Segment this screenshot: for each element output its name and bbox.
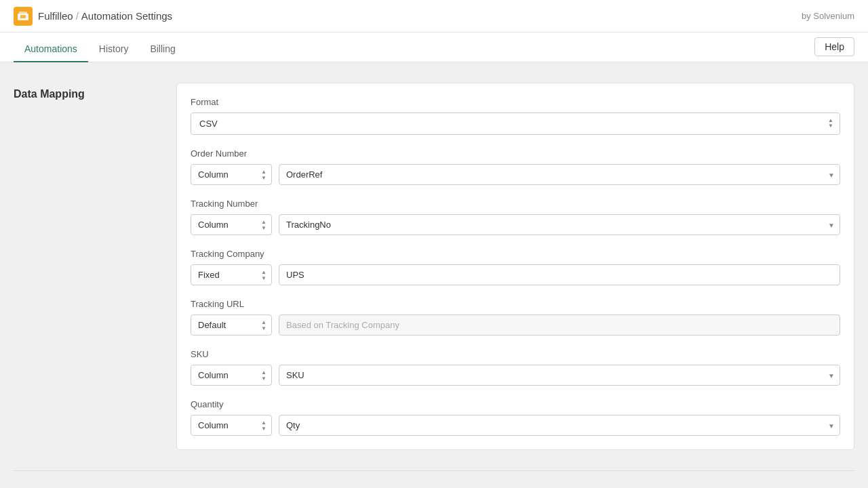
data-mapping-card: Format CSV TSV JSON XML ▲ ▼ Order Nu xyxy=(176,83,854,450)
svg-rect-2 xyxy=(20,15,26,18)
data-mapping-label: Data Mapping xyxy=(14,83,163,450)
tracking-number-field-group: Tracking Number Column Fixed ▲ ▼ xyxy=(191,199,840,235)
order-number-field-group: Order Number Column Fixed ▲ ▼ xyxy=(191,148,840,185)
nav-tabs: Automations History Billing Help xyxy=(0,33,868,62)
tracking-number-col-wrapper: TrackingNo TrackingNumber Tracking ▼ xyxy=(279,214,840,235)
quantity-type-select[interactable]: Column Fixed xyxy=(191,415,272,436)
tracking-company-value-input[interactable] xyxy=(279,264,840,285)
format-label: Format xyxy=(191,97,840,107)
order-number-label: Order Number xyxy=(191,148,840,159)
sku-type-wrapper: Column Fixed ▲ ▼ xyxy=(191,365,272,386)
order-number-type-wrapper: Column Fixed ▲ ▼ xyxy=(191,164,272,185)
tracking-url-type-wrapper: Default Column Fixed ▲ ▼ xyxy=(191,314,272,336)
tracking-url-value-input[interactable] xyxy=(279,314,840,336)
logo-icon xyxy=(14,7,33,26)
quantity-field-group: Quantity Column Fixed ▲ ▼ xyxy=(191,399,840,436)
format-field-group: Format CSV TSV JSON XML ▲ ▼ xyxy=(191,97,840,135)
nav-tabs-left: Automations History Billing xyxy=(14,37,186,62)
tracking-company-field-group: Tracking Company Fixed Column ▲ ▼ xyxy=(191,249,840,285)
section-divider xyxy=(14,470,854,471)
format-select[interactable]: CSV TSV JSON XML xyxy=(191,113,840,135)
order-number-row: Column Fixed ▲ ▼ OrderRef OrderID OrderN… xyxy=(191,164,840,185)
by-label: by Solvenium xyxy=(802,11,854,21)
tracking-number-type-wrapper: Column Fixed ▲ ▼ xyxy=(191,214,272,235)
sku-col-wrapper: SKU ProductSKU ItemSKU ▼ xyxy=(279,365,840,386)
order-number-type-select[interactable]: Column Fixed xyxy=(191,164,272,185)
quantity-col-select[interactable]: Qty Quantity ItemQty xyxy=(279,415,840,436)
main-content: Data Mapping Format CSV TSV JSON XML ▲ ▼ xyxy=(0,62,868,488)
format-select-wrapper: CSV TSV JSON XML ▲ ▼ xyxy=(191,113,840,135)
tracking-url-type-select[interactable]: Default Column Fixed xyxy=(191,314,272,336)
tracking-number-row: Column Fixed ▲ ▼ TrackingNo TrackingNumb… xyxy=(191,214,840,235)
sku-label: SKU xyxy=(191,349,840,359)
tracking-url-row: Default Column Fixed ▲ ▼ xyxy=(191,314,840,336)
tracking-url-field-group: Tracking URL Default Column Fixed ▲ ▼ xyxy=(191,299,840,336)
breadcrumb: Fulfilleo / Automation Settings xyxy=(38,10,172,22)
tracking-company-row: Fixed Column ▲ ▼ xyxy=(191,264,840,285)
tab-automations[interactable]: Automations xyxy=(14,37,88,62)
quantity-type-wrapper: Column Fixed ▲ ▼ xyxy=(191,415,272,436)
tab-history[interactable]: History xyxy=(88,37,140,62)
quantity-col-wrapper: Qty Quantity ItemQty ▼ xyxy=(279,415,840,436)
sku-field-group: SKU Column Fixed ▲ ▼ SK xyxy=(191,349,840,386)
sku-row: Column Fixed ▲ ▼ SKU ProductSKU ItemSKU xyxy=(191,365,840,386)
data-mapping-section: Data Mapping Format CSV TSV JSON XML ▲ ▼ xyxy=(14,83,854,450)
quantity-label: Quantity xyxy=(191,399,840,409)
tracking-url-label: Tracking URL xyxy=(191,299,840,309)
breadcrumb-separator: / xyxy=(76,10,79,22)
brand-name: Fulfilleo xyxy=(38,10,73,22)
order-number-col-wrapper: OrderRef OrderID OrderNumber ▼ xyxy=(279,164,840,185)
tracking-company-type-wrapper: Fixed Column ▲ ▼ xyxy=(191,264,272,285)
tracking-company-label: Tracking Company xyxy=(191,249,840,259)
order-number-col-select[interactable]: OrderRef OrderID OrderNumber xyxy=(279,164,840,185)
page-title: Automation Settings xyxy=(81,10,172,22)
tracking-number-type-select[interactable]: Column Fixed xyxy=(191,214,272,235)
header: Fulfilleo / Automation Settings by Solve… xyxy=(0,0,868,33)
tab-billing[interactable]: Billing xyxy=(139,37,186,62)
sku-col-select[interactable]: SKU ProductSKU ItemSKU xyxy=(279,365,840,386)
tracking-company-type-select[interactable]: Fixed Column xyxy=(191,264,272,285)
tracking-number-col-select[interactable]: TrackingNo TrackingNumber Tracking xyxy=(279,214,840,235)
tracking-number-label: Tracking Number xyxy=(191,199,840,209)
quantity-row: Column Fixed ▲ ▼ Qty Quantity ItemQty xyxy=(191,415,840,436)
sku-type-select[interactable]: Column Fixed xyxy=(191,365,272,386)
help-button[interactable]: Help xyxy=(814,37,854,56)
header-left: Fulfilleo / Automation Settings xyxy=(14,7,172,26)
